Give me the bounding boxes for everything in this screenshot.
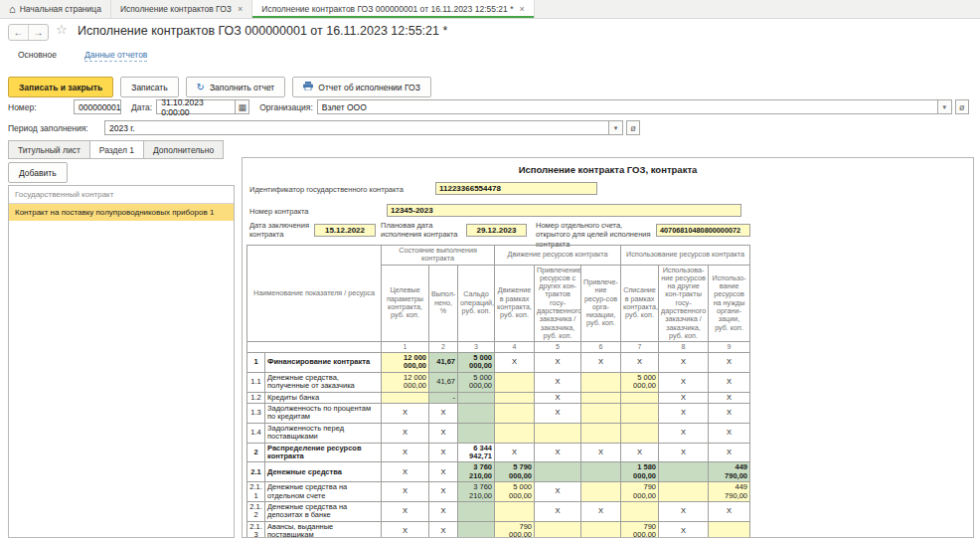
cell-1.4-col5[interactable] [535, 423, 581, 443]
chevron-down-icon[interactable]: ▾ [938, 99, 952, 114]
row-name: Кредиты банка [265, 392, 382, 403]
save-close-label: Записать и закрыть [19, 83, 102, 92]
cell-1-col3: 5 000 000,00 [458, 353, 495, 373]
cell-1.4-col7[interactable] [621, 423, 659, 443]
forward-icon[interactable]: → [29, 25, 48, 40]
cell-2.1.1-col9[interactable]: 449 790,00 [709, 482, 750, 502]
cell-1.1-col7[interactable]: 5 000 000,00 [621, 372, 659, 392]
cell-1.3-col4[interactable] [495, 404, 535, 424]
number-input[interactable]: 000000001 [74, 99, 121, 114]
cell-2.1.2-col4[interactable] [495, 501, 535, 521]
sign-date-field[interactable]: 15.12.2022 [314, 224, 376, 237]
cell-1.2-col6[interactable] [581, 392, 621, 403]
tab-goz-document[interactable]: Исполнение контрактов ГОЗ 000000001 от 1… [252, 0, 534, 18]
back-icon[interactable]: ← [9, 25, 29, 40]
report-table: Наименование показателя / ресурсаСостоян… [246, 245, 750, 538]
cell-2.1.1-col6[interactable] [581, 482, 621, 502]
column-number-3: 3 [458, 342, 495, 353]
cell-2.1.2-col1: X [382, 501, 429, 521]
row-number: 1 [247, 353, 265, 373]
tab-title-page[interactable]: Титульный лист [8, 140, 89, 159]
account-field[interactable]: 40706810480800000072 [656, 224, 750, 237]
report-table-wrap: Наименование показателя / ресурсаСостоян… [246, 245, 750, 538]
cell-1.2-col7[interactable] [621, 392, 659, 403]
column-number-9: 9 [709, 342, 750, 353]
fill-report-button[interactable]: ↻ Заполнить отчет [186, 77, 286, 97]
cell-2.1.3-col4[interactable]: 790 000,00 [495, 521, 535, 538]
cell-1.2-col1[interactable] [382, 392, 429, 403]
calendar-icon[interactable]: ▦ [236, 99, 249, 114]
cell-2.1.1-col1: X [382, 482, 429, 502]
tab-section-1[interactable]: Раздел 1 [89, 140, 143, 159]
add-button[interactable]: Добавить [8, 162, 68, 183]
row-name: Денежные средства на депозитах в банке [265, 501, 382, 521]
cell-2.1.3-col5[interactable] [535, 521, 581, 538]
cell-1-col1[interactable]: 12 000 000,00 [382, 353, 429, 373]
date-input[interactable]: 31.10.2023 0:00:00 [156, 99, 236, 114]
window-tab-bar: ⌂ Начальная страница Исполнение контракт… [0, 0, 980, 19]
tab-home[interactable]: ⌂ Начальная страница [0, 0, 111, 18]
organization-combo[interactable]: Взлет ООО [317, 99, 938, 114]
save-close-button[interactable]: Записать и закрыть [8, 77, 113, 97]
contract-number-field[interactable]: 12345-2023 [387, 204, 741, 217]
column-group-1: Состояние выполнения контракта [382, 246, 495, 266]
cell-2.1.3-col1: X [382, 521, 429, 538]
column-number-empty [247, 342, 382, 353]
cell-1.1-col9: X [709, 372, 750, 392]
cell-2.1.1-col4[interactable]: 5 000 000,00 [495, 482, 535, 502]
column-header-7: Списание в рамках контракта, руб. коп. [621, 265, 659, 342]
table-row-1.4: 1.4Задолженность перед поставщикамиXXXX [247, 423, 750, 443]
favorite-star-icon[interactable]: ☆ [56, 22, 68, 37]
plan-date-field[interactable]: 29.12.2023 [466, 224, 527, 237]
row-number: 2.1 [247, 462, 265, 482]
save-button[interactable]: Записать [120, 77, 178, 97]
open-link-icon[interactable]: ø [626, 120, 640, 135]
cell-1.1-col1[interactable]: 12 000 000,00 [382, 372, 429, 392]
period-combo[interactable]: 2023 г. [104, 120, 609, 135]
cell-2.1.3-col9[interactable] [709, 521, 750, 538]
cell-1.4-col6[interactable] [581, 423, 621, 443]
chevron-down-icon[interactable]: ▾ [609, 120, 623, 135]
cell-2.1.2-col7[interactable] [621, 501, 659, 521]
cell-1.3-col7[interactable] [621, 404, 659, 424]
cell-1.2-col4[interactable] [495, 392, 535, 403]
cell-1.2-col5: X [535, 392, 581, 403]
cell-1.1-col4[interactable] [495, 372, 535, 392]
contract-id-field[interactable]: 11223366554478 [435, 182, 597, 195]
table-row-2.1.1: 2.1.1Денежные средства на отдельном счет… [247, 482, 750, 502]
row-name: Финансирование контракта [265, 353, 382, 373]
column-header-8: Использова-ние ресурсов на другие кон-тр… [659, 265, 709, 342]
add-button-label: Добавить [19, 168, 57, 178]
cell-2.1.3-col7[interactable]: 790 000,00 [621, 521, 659, 538]
contract-detail-panel: Исполнение контракта ГОЗ, контракта Иден… [242, 157, 974, 538]
nav-link-main[interactable]: Основное [18, 50, 57, 62]
row-number: 2.1.3 [247, 521, 265, 538]
close-icon[interactable]: × [519, 4, 524, 14]
close-icon[interactable]: × [238, 4, 243, 14]
cell-2.1.1-col7[interactable]: 790 000,00 [621, 482, 659, 502]
cell-1.4-col4[interactable] [495, 423, 535, 443]
tab-additional[interactable]: Дополнительно [143, 140, 224, 159]
cell-2-col9: X [709, 443, 750, 462]
cell-1.1-col6[interactable] [581, 372, 621, 392]
cell-1-col2: 41,67 [429, 353, 458, 373]
nav-link-report-data[interactable]: Данные отчетов [84, 50, 147, 62]
goz-report-label: Отчет об исполнении ГОЗ [318, 83, 420, 92]
tab-goz-list[interactable]: Исполнение контрактов ГОЗ × [111, 0, 252, 18]
goz-report-button[interactable]: Отчет об исполнении ГОЗ [292, 77, 431, 97]
open-link-icon[interactable]: ø [955, 99, 969, 114]
column-number-4: 4 [495, 342, 535, 353]
row-number: 1.4 [247, 423, 265, 443]
cell-2.1.2-col8: X [659, 501, 709, 521]
cell-1.1-col8: X [659, 372, 709, 392]
cell-2-col4: X [495, 443, 535, 462]
cell-2.1-col9: 449 790,00 [709, 462, 750, 482]
cell-2.1.1-col8[interactable] [659, 482, 709, 502]
cell-1.3-col6[interactable] [581, 404, 621, 424]
contract-list: Государственный контракт Контракт на пос… [8, 185, 235, 538]
table-row-1.3: 1.3Задолженность по процентам по кредита… [247, 404, 750, 424]
contract-list-item[interactable]: Контракт на поставку полупроводниковых п… [9, 204, 234, 221]
row-name: Авансы, выданные поставщикам [265, 521, 382, 538]
cell-2.1.3-col6[interactable] [581, 521, 621, 538]
contract-form-title: Исполнение контракта ГОЗ, контракта [243, 164, 973, 175]
